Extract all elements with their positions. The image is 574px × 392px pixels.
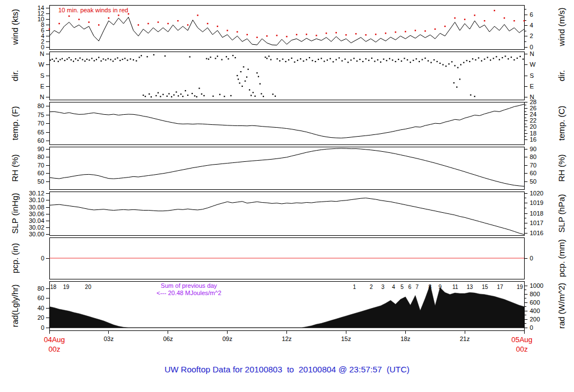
dir-scatter-dot bbox=[117, 57, 118, 58]
dir-scatter-dot bbox=[122, 59, 123, 60]
dir-scatter-dot bbox=[201, 94, 202, 95]
wind-peak-dot bbox=[296, 34, 297, 35]
rh-left-tick: 60 bbox=[38, 170, 44, 176]
temp-right-tick: 24 bbox=[530, 111, 536, 118]
dir-scatter-dot bbox=[459, 78, 460, 80]
dir-scatter-dot bbox=[454, 65, 455, 66]
dir-scatter-dot bbox=[158, 92, 159, 94]
dir-scatter-dot bbox=[258, 76, 259, 77]
dir-scatter-dot bbox=[368, 60, 369, 61]
dir-scatter-dot bbox=[445, 66, 446, 67]
slp-left-tick: 30.08 bbox=[29, 204, 44, 211]
dir-scatter-dot bbox=[404, 58, 405, 59]
dir-scatter-dot bbox=[345, 59, 346, 60]
temp-right-tick: 26 bbox=[530, 105, 536, 111]
slp-left-tick: 30.04 bbox=[29, 217, 44, 224]
dir-scatter-dot bbox=[424, 58, 425, 59]
temp-right-tick: 20 bbox=[530, 123, 536, 130]
dir-scatter-dot bbox=[508, 58, 509, 59]
dir-scatter-dot bbox=[98, 57, 99, 58]
temp-left-tick: 80 bbox=[38, 102, 44, 109]
dir-scatter-dot bbox=[318, 59, 319, 60]
local-hour-label: 19 bbox=[63, 284, 70, 290]
rad-right-axis-label: rad (W/m^2) bbox=[557, 283, 566, 329]
rh-right-tick: 60 bbox=[530, 170, 536, 176]
dir-scatter-dot bbox=[73, 60, 74, 62]
rad-left-tick: 60 bbox=[38, 295, 44, 301]
slp-right-axis-label: SLP (hPa) bbox=[557, 194, 566, 233]
wind-peak-dot bbox=[147, 23, 149, 24]
dir-left-tick: N bbox=[40, 94, 44, 100]
start-date-line2: 00z bbox=[44, 344, 65, 354]
wind-peak-dot bbox=[266, 35, 267, 36]
temp-left-tick: 75 bbox=[38, 111, 44, 118]
dir-scatter-dot bbox=[143, 95, 144, 96]
dir-scatter-dot bbox=[145, 96, 146, 97]
dir-panel bbox=[49, 52, 524, 100]
dir-scatter-dot bbox=[230, 95, 232, 96]
peak-winds-note: 10 min. peak winds in red bbox=[58, 7, 128, 13]
radiation-sum-note: Sum of previous day <--- 20.48 MJoules/m… bbox=[156, 282, 221, 297]
dir-scatter-dot bbox=[62, 58, 63, 59]
x-axis-tick-label: 12z bbox=[282, 335, 292, 342]
rad-right-tick: 1000 bbox=[530, 282, 543, 289]
dir-scatter-dot bbox=[487, 57, 488, 58]
dir-scatter-dot bbox=[59, 59, 61, 60]
rad-series-area bbox=[49, 284, 524, 328]
wind-peak-dot bbox=[168, 23, 169, 24]
dir-scatter-dot bbox=[456, 86, 457, 87]
dir-left-tick: S bbox=[40, 72, 44, 79]
dir-right-tick: N bbox=[530, 50, 534, 57]
wind-right-axis-label: wind (m/s) bbox=[557, 7, 566, 46]
dir-scatter-dot bbox=[478, 57, 479, 58]
wind-peak-dot bbox=[68, 16, 70, 17]
dir-scatter-dot bbox=[439, 63, 441, 64]
dir-scatter-dot bbox=[297, 60, 298, 61]
dir-scatter-dot bbox=[119, 60, 121, 61]
dir-scatter-dot bbox=[275, 96, 276, 97]
temp-left-axis-label: temp. (F) bbox=[10, 106, 20, 141]
dir-scatter-dot bbox=[288, 59, 289, 60]
wind-peak-dot bbox=[375, 34, 376, 35]
slp-right-tick: 1019 bbox=[530, 199, 543, 206]
dir-scatter-dot bbox=[315, 61, 316, 62]
dir-scatter-dot bbox=[100, 60, 101, 62]
radiation-sum-note-line1: Sum of previous day bbox=[156, 282, 221, 290]
wind-peak-dot bbox=[434, 29, 436, 30]
dir-scatter-dot bbox=[114, 59, 115, 60]
dir-scatter-dot bbox=[303, 60, 304, 62]
wind-peak-dot bbox=[454, 17, 455, 18]
rh-left-tick: 70 bbox=[38, 162, 44, 169]
end-date-line1: 05Aug bbox=[511, 335, 533, 344]
dir-scatter-dot bbox=[300, 58, 301, 59]
wind-right-tick: 4 bbox=[530, 22, 533, 29]
radiation-sum-note-line2: <--- 20.48 MJoules/m^2 bbox=[156, 290, 221, 297]
dir-scatter-dot bbox=[237, 75, 238, 76]
dir-scatter-dot bbox=[189, 56, 190, 57]
temp-series-line bbox=[49, 104, 524, 138]
dir-scatter-dot bbox=[108, 58, 109, 59]
pcp-right-axis-label: pcp. (mm) bbox=[557, 239, 566, 277]
dir-scatter-dot bbox=[430, 62, 432, 63]
dir-scatter-dot bbox=[276, 58, 277, 59]
wind-peak-dot bbox=[415, 30, 416, 31]
wind-peak-dot bbox=[513, 20, 515, 21]
dir-scatter-dot bbox=[130, 58, 131, 59]
dir-scatter-dot bbox=[212, 96, 214, 97]
dir-scatter-dot bbox=[502, 57, 503, 58]
wind-peak-dot bbox=[187, 24, 188, 25]
dir-scatter-dot bbox=[371, 58, 372, 59]
local-hour-label: 20 bbox=[85, 284, 92, 290]
rh-left-tick: 50 bbox=[38, 178, 44, 185]
dir-scatter-dot bbox=[239, 82, 240, 83]
local-hour-label: 17 bbox=[497, 284, 503, 290]
dir-scatter-dot bbox=[178, 95, 179, 96]
dir-scatter-dot bbox=[138, 57, 140, 58]
dir-scatter-dot bbox=[244, 81, 246, 82]
wind-peak-dot bbox=[207, 23, 208, 24]
wind-peak-dot bbox=[494, 10, 495, 11]
dir-scatter-dot bbox=[64, 60, 65, 61]
dir-scatter-dot bbox=[91, 58, 92, 59]
dir-scatter-dot bbox=[359, 59, 360, 60]
rad-right-tick: 0 bbox=[530, 324, 533, 331]
